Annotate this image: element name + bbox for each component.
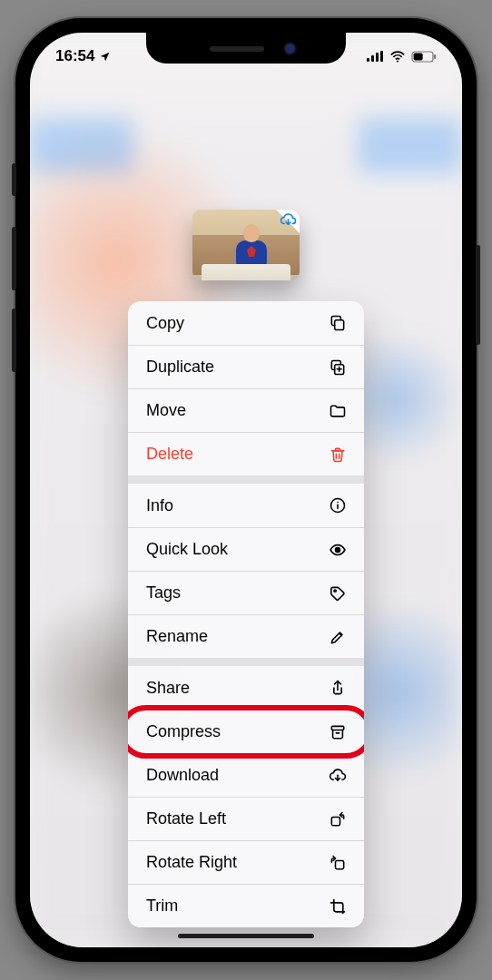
menu-item-compress[interactable]: Compress xyxy=(128,710,364,753)
trash-icon xyxy=(328,445,348,465)
menu-item-label: Download xyxy=(146,766,328,785)
menu-item-rotate-left[interactable]: Rotate Left xyxy=(128,797,364,840)
menu-item-label: Copy xyxy=(146,314,328,333)
tag-icon xyxy=(328,583,348,603)
svg-point-12 xyxy=(336,547,340,552)
svg-point-4 xyxy=(397,60,399,62)
home-indicator[interactable] xyxy=(178,934,314,938)
trim-icon xyxy=(328,897,348,916)
svg-rect-2 xyxy=(376,53,379,62)
svg-rect-15 xyxy=(331,817,339,825)
context-menu: CopyDuplicateMoveDeleteInfoQuick LookTag… xyxy=(128,301,364,927)
menu-item-label: Share xyxy=(146,679,328,698)
menu-item-label: Rotate Left xyxy=(146,809,328,828)
menu-item-label: Quick Look xyxy=(146,540,328,559)
svg-rect-6 xyxy=(434,54,436,59)
menu-item-quicklook[interactable]: Quick Look xyxy=(128,527,364,571)
menu-item-label: Delete xyxy=(146,445,328,464)
menu-item-label: Duplicate xyxy=(146,358,328,377)
cellular-icon xyxy=(367,51,384,62)
menu-item-copy[interactable]: Copy xyxy=(128,301,364,345)
battery-icon xyxy=(411,51,437,63)
menu-item-label: Compress xyxy=(146,722,328,741)
mute-switch[interactable] xyxy=(12,163,16,196)
svg-point-13 xyxy=(334,589,336,591)
copy-icon xyxy=(328,313,348,333)
location-icon xyxy=(99,51,111,63)
duplicate-icon xyxy=(328,358,348,377)
svg-rect-1 xyxy=(371,55,374,62)
status-time: 16:54 xyxy=(55,47,94,65)
volume-up-button[interactable] xyxy=(12,227,16,290)
file-thumbnail[interactable] xyxy=(192,210,300,280)
menu-item-trim[interactable]: Trim xyxy=(128,884,364,927)
side-button[interactable] xyxy=(476,245,480,345)
share-icon xyxy=(328,678,348,698)
menu-item-info[interactable]: Info xyxy=(128,484,364,527)
phone-frame: 16:54 xyxy=(15,18,477,962)
svg-point-11 xyxy=(337,502,339,504)
svg-rect-8 xyxy=(335,320,344,330)
download-icon xyxy=(328,766,348,786)
archive-icon xyxy=(328,722,348,742)
menu-item-label: Rotate Right xyxy=(146,853,328,872)
menu-item-label: Move xyxy=(146,401,328,420)
menu-item-download[interactable]: Download xyxy=(128,753,364,797)
wifi-icon xyxy=(389,51,406,63)
menu-item-label: Tags xyxy=(146,583,328,603)
volume-down-button[interactable] xyxy=(12,309,16,372)
info-icon xyxy=(328,495,348,515)
svg-rect-16 xyxy=(336,860,344,868)
menu-item-label: Rename xyxy=(146,627,328,646)
menu-item-tags[interactable]: Tags xyxy=(128,571,364,614)
cloud-download-icon xyxy=(280,211,297,232)
menu-item-delete[interactable]: Delete xyxy=(128,432,364,475)
menu-item-label: Trim xyxy=(146,897,328,916)
folder-icon xyxy=(328,401,348,421)
menu-item-label: Info xyxy=(146,496,328,515)
menu-item-duplicate[interactable]: Duplicate xyxy=(128,345,364,388)
status-bar: 16:54 xyxy=(30,42,462,71)
rotate-right-icon xyxy=(328,853,348,873)
menu-item-rename[interactable]: Rename xyxy=(128,614,364,658)
pencil-icon xyxy=(328,627,348,647)
svg-rect-3 xyxy=(380,51,383,62)
screen: 16:54 xyxy=(30,33,462,947)
menu-item-move[interactable]: Move xyxy=(128,388,364,432)
rotate-left-icon xyxy=(328,809,348,829)
menu-item-share[interactable]: Share xyxy=(128,666,364,710)
eye-icon xyxy=(328,540,348,560)
menu-item-rotate-right[interactable]: Rotate Right xyxy=(128,840,364,884)
svg-rect-14 xyxy=(331,726,343,730)
svg-rect-7 xyxy=(414,53,423,60)
svg-rect-0 xyxy=(367,58,369,62)
